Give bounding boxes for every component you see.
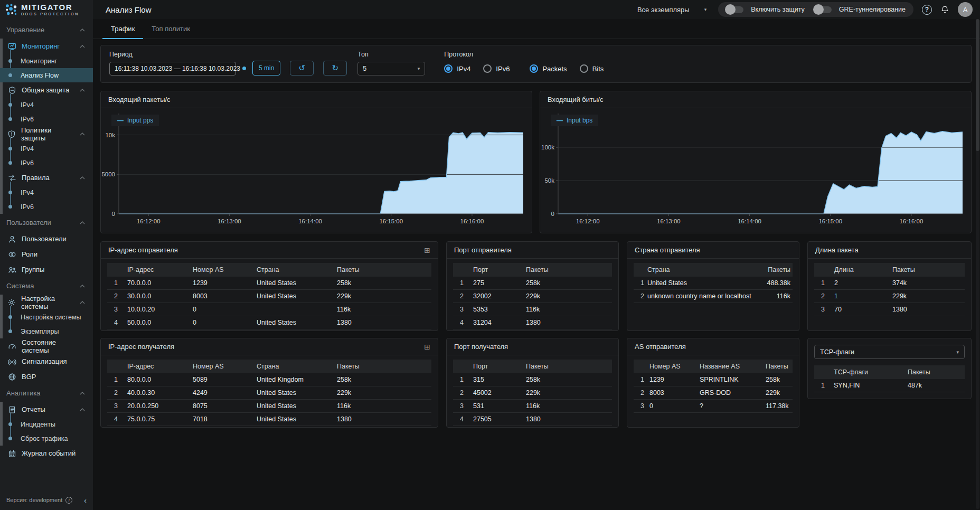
sidebar-collapse-icon[interactable]: ‹ (84, 496, 87, 504)
sidebar-section-аналитика[interactable]: Аналитика (0, 384, 93, 402)
sidebar-subitem-анализ-flow[interactable]: Анализ Flow (0, 68, 93, 82)
instances-select[interactable]: Все экземпляры ▾ (637, 6, 706, 14)
radio-label: IPv6 (496, 65, 510, 73)
svg-text:16:14:00: 16:14:00 (298, 218, 322, 224)
svg-text:100k: 100k (541, 144, 554, 150)
row-index: 3 (107, 400, 127, 413)
undo-button[interactable]: ↺ (290, 61, 314, 75)
help-icon[interactable]: ? (922, 5, 932, 15)
sidebar-subitem-экземпляры[interactable]: Экземпляры (0, 324, 93, 338)
table-cell: 258k (526, 373, 612, 386)
sidebar-item-общая-защита[interactable]: Общая защита (0, 82, 93, 98)
table-cell: 1380 (526, 316, 612, 329)
radio-ipv4[interactable]: IPv4 (444, 64, 470, 73)
quick-range-button[interactable]: 5 min (252, 61, 280, 75)
table-row: 310.0.0.200116k (107, 303, 431, 316)
sidebar-subitem-ipv6[interactable]: IPv6 (0, 156, 93, 170)
tree-dot-icon (8, 117, 12, 121)
panel-title: Страна отправителя (635, 246, 700, 254)
sidebar-subitem-мониторинг[interactable]: Мониторинг (0, 54, 93, 68)
chart-input-pps[interactable]: 0500010k16:12:0016:13:0016:14:0016:15:00… (101, 108, 532, 233)
column-header: Номер AS (649, 360, 700, 373)
sidebar-section-управление[interactable]: Управление (0, 21, 93, 39)
sidebar-item-пользователи[interactable]: Пользователи (0, 231, 93, 247)
table-cell: United States (257, 316, 337, 329)
radio-ipv6[interactable]: IPv6 (483, 64, 510, 73)
panel-title: Порт отправителя (454, 246, 512, 254)
sidebar-item-группы[interactable]: Группы (0, 262, 93, 277)
sidebar-subitem-настройка-системы[interactable]: Настройка системы (0, 310, 93, 324)
window-scrollbar[interactable] (976, 19, 979, 509)
chevron-down-icon: ▾ (418, 66, 420, 71)
chart-input-bps[interactable]: 050k100k16:12:0016:13:0016:14:0016:15:00… (540, 108, 971, 233)
toggle-включить-защиту[interactable] (726, 6, 743, 13)
sidebar-item-роли[interactable]: Роли (0, 247, 93, 262)
svg-text:5000: 5000 (101, 171, 115, 177)
row-index: 3 (814, 303, 834, 316)
brand[interactable]: MITIGATOR DDOS PROTECTION (0, 0, 93, 19)
content: Период 16:11:38 10.03.2023 — 16:16:38 10… (93, 39, 980, 510)
table-cell: GRS-DOD (700, 386, 766, 400)
expand-table-icon[interactable]: ⊞ (424, 343, 430, 351)
tab-трафик[interactable]: Трафик (102, 19, 143, 39)
sidebar-item-сигнализация[interactable]: Сигнализация (0, 354, 93, 369)
panel-title: IP-адрес отправителя (108, 246, 178, 254)
top-select-value: 5 (363, 65, 366, 72)
scrollbar-thumb[interactable] (976, 19, 979, 151)
top-select[interactable]: 5 ▾ (357, 62, 425, 75)
sidebar-subitem-сброс-трафика[interactable]: Сброс трафика (0, 431, 93, 446)
table-cell: 258k (337, 277, 431, 290)
chevron-up-icon (80, 221, 85, 224)
sidebar-item-мониторинг[interactable]: Мониторинг (0, 39, 93, 54)
avatar[interactable]: A (958, 2, 973, 17)
notifications-bell-icon[interactable] (940, 5, 949, 14)
sidebar-item-политики-защиты[interactable]: Политики защиты (0, 126, 93, 141)
tab-топ-политик[interactable]: Топ политик (143, 19, 199, 39)
src-as-table: Номер ASНазвание ASПакеты11239SPRINTLINK… (634, 360, 793, 413)
table-cell: 229k (337, 290, 431, 303)
svg-text:16:15:00: 16:15:00 (379, 218, 403, 224)
brand-subtitle: DDOS PROTECTION (21, 12, 79, 16)
sidebar-item-правила[interactable]: Правила (0, 170, 93, 185)
sidebar-section-пользователи[interactable]: Пользователи (0, 214, 93, 231)
radio-label: Packets (542, 65, 567, 73)
column-header: Длина (834, 263, 892, 277)
sidebar-item-label: Отчеты (22, 405, 45, 413)
row-index: 2 (634, 386, 649, 400)
toggle-gre-туннелирование[interactable] (814, 6, 832, 13)
sidebar-subitem-инциденты[interactable]: Инциденты (0, 417, 93, 431)
sidebar-item-label: Мониторинг (22, 42, 60, 50)
expand-table-icon[interactable]: ⊞ (424, 246, 430, 254)
sidebar-subitem-ipv4[interactable]: IPv4 (0, 185, 93, 200)
table-row: 475.0.0.757018United States1380 (107, 413, 431, 426)
chart-legend[interactable]: —Input bps (551, 115, 598, 126)
sidebar-subitem-ipv6[interactable]: IPv6 (0, 112, 93, 126)
sidebar-item-настройка-системы[interactable]: Настройка системы (0, 295, 93, 310)
sidebar-item-журнал-событий[interactable]: Журнал событий (0, 446, 93, 461)
panel-title: Порт получателя (454, 343, 508, 351)
top-label: Топ (357, 51, 425, 58)
sidebar-item-состояние-системы[interactable]: Состояние системы (0, 338, 93, 354)
topbar-actions: Все экземпляры ▾ Включить защитуGRE-тунн… (637, 2, 973, 17)
brand-logo-icon (5, 3, 18, 16)
info-icon[interactable]: i (65, 497, 72, 504)
period-input[interactable]: 16:11:38 10.03.2023 — 16:16:38 10.03.202… (109, 62, 236, 75)
radio-bits[interactable]: Bits (580, 64, 604, 73)
sidebar-item-отчеты[interactable]: Отчеты (0, 402, 93, 417)
chart-legend[interactable]: —Input pps (111, 115, 159, 126)
refresh-button[interactable]: ↻ (323, 61, 347, 75)
sidebar-item-label: Группы (22, 266, 44, 273)
sidebar-item-bgp[interactable]: BGP (0, 369, 93, 384)
chevron-up-icon (80, 89, 85, 92)
tcp-flags-select[interactable]: TCP-флаги ▾ (814, 345, 965, 359)
column-header (634, 263, 647, 277)
radio-circle-icon (530, 64, 538, 73)
sidebar-subitem-ipv4[interactable]: IPv4 (0, 98, 93, 112)
sidebar-subitem-ipv4[interactable]: IPv4 (0, 141, 93, 156)
sidebar-subitem-ipv6[interactable]: IPv6 (0, 200, 93, 214)
radio-packets[interactable]: Packets (530, 64, 567, 73)
table-cell[interactable]: 1 (834, 290, 892, 303)
table-cell: 27505 (473, 413, 526, 426)
sidebar-section-система[interactable]: Система (0, 277, 93, 295)
chevron-up-icon (80, 408, 85, 411)
